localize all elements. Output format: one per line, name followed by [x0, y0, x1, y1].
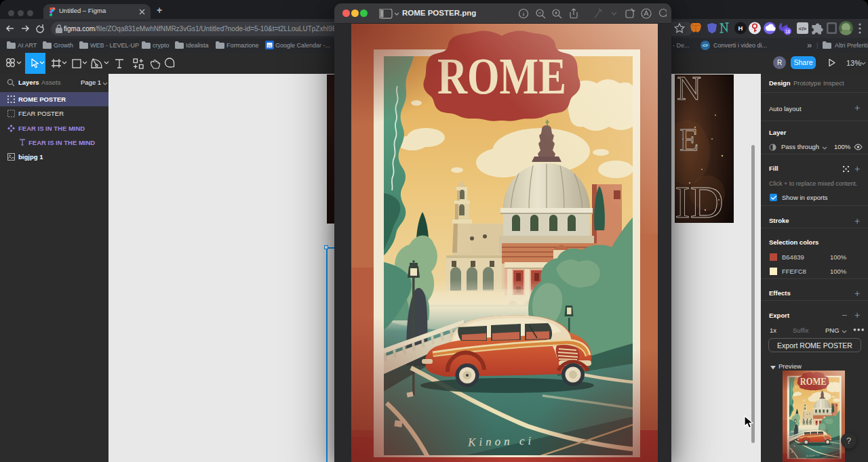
svg-text:</>: </> — [799, 26, 807, 32]
svg-text:E: E — [679, 123, 698, 157]
svg-text:18: 18 — [785, 29, 791, 34]
svg-text:ID: ID — [675, 176, 724, 223]
svg-text:31: 31 — [267, 44, 272, 48]
svg-text:N: N — [677, 75, 701, 107]
svg-text:H: H — [738, 24, 743, 32]
